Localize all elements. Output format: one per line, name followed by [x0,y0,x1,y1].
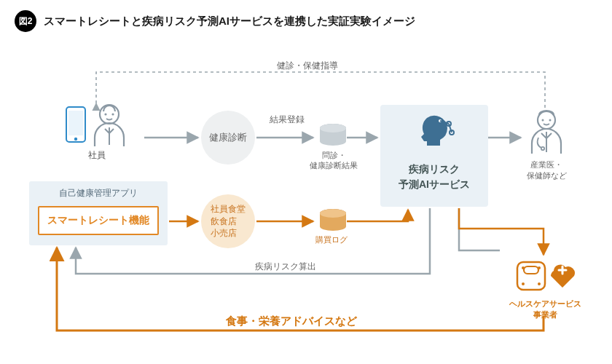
diagram-canvas: 社員 自己健康管理アプリ スマートレシート機能 健康診断 結果登録 問診・ 健康… [0,32,612,360]
smart-receipt-feature: スマートレシート機能 [38,206,159,235]
ai-service-line1: 疾病リスク [380,162,488,177]
stores-line1: 社員食堂 [211,203,246,215]
medical-results-label: 問診・ 健康診断結果 [300,150,367,171]
svg-point-13 [320,124,346,132]
ai-head-icon [411,114,458,154]
edge-label-advice: 食事・栄養アドバイスなど [226,314,357,328]
employee-label: 社員 [51,149,142,162]
ai-service-box: 疾病リスク 予測AIサービス [380,105,488,207]
health-check-node: 健康診断 [201,111,255,165]
svg-point-24 [541,147,544,150]
database-icon [318,123,348,148]
self-health-app-title: 自己健康管理アプリ [29,181,168,199]
stores-line2: 飲食店 [211,215,246,228]
industrial-doctor-node: 産業医・ 保健師など [506,108,586,182]
database-icon-orange [318,208,348,233]
svg-rect-7 [68,111,83,135]
health-check-label: 健康診断 [209,131,247,144]
svg-point-30 [538,266,541,269]
ai-service-line2: 予測AIサービス [380,177,488,192]
svg-point-22 [542,119,544,122]
svg-point-8 [74,138,76,141]
svg-point-11 [111,113,114,115]
employee-person-icon [90,101,128,148]
svg-rect-26 [524,266,538,274]
stores-node: 社員食堂 飲食店 小売店 [201,194,255,248]
edge-label-result-register: 結果登録 [270,114,305,126]
svg-point-28 [538,282,541,285]
svg-point-9 [100,105,119,124]
scale-heart-icon [514,258,576,293]
edge-label-health-guidance: 健診・保健指導 [277,60,338,72]
medical-results-db [315,123,351,150]
stores-line3: 小売店 [211,227,246,240]
svg-point-10 [104,113,106,115]
edge-label-risk-calc: 疾病リスク算出 [255,261,316,273]
industrial-doctor-line1: 産業医・ [506,159,586,170]
svg-point-29 [522,266,525,269]
employee-node: 社員 [51,101,142,162]
healthcare-provider-node: ヘルスケアサービス 事業者 [501,258,589,321]
self-health-app-box: 自己健康管理アプリ スマートレシート機能 [29,181,168,245]
smartphone-icon [66,106,86,143]
purchase-log-db [315,208,351,235]
svg-point-27 [522,282,525,285]
hc-provider-line1: ヘルスケアサービス [501,298,589,309]
svg-point-23 [549,119,552,122]
svg-point-21 [538,111,555,129]
industrial-doctor-line2: 保健師など [506,170,586,181]
hc-provider-line2: 事業者 [501,309,589,320]
svg-point-15 [320,209,346,218]
purchase-log-label: 購買ログ [306,234,357,245]
figure-badge: 図2 [15,10,36,32]
figure-title: スマートレシートと疾病リスク予測AIサービスを連携した実証実験イメージ [44,15,415,28]
doctor-icon [527,108,566,155]
